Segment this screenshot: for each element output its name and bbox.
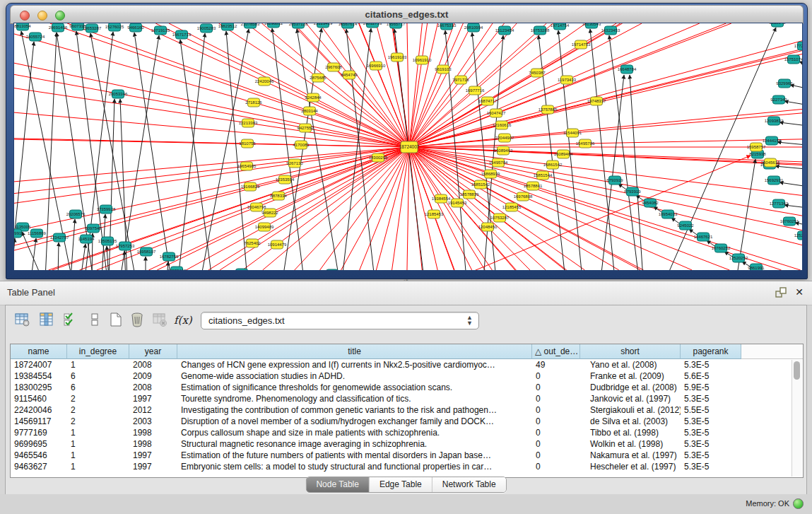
cell-pagerank[interactable]: 5.9E-5 <box>681 382 741 393</box>
graph-node[interactable]: 10082468 <box>167 267 187 270</box>
cell-pagerank[interactable]: 5.3E-5 <box>681 416 741 427</box>
graph-node[interactable]: 4170081 <box>293 141 310 149</box>
graph-node[interactable]: 13508135 <box>323 269 342 270</box>
graph-node[interactable]: 14517899 <box>233 269 252 270</box>
tab-node-table[interactable]: Node Table <box>306 477 370 492</box>
cell-title[interactable]: Corpus callosum shape and size in male p… <box>177 427 532 438</box>
graph-node[interactable]: 9245022 <box>677 221 694 230</box>
graph-node[interactable]: 16567614 <box>339 23 358 28</box>
network-window-titlebar[interactable]: citations_edges.txt <box>10 5 804 24</box>
cell-in_degree[interactable]: 1 <box>67 461 129 472</box>
tab-edge-table[interactable]: Edge Table <box>370 477 433 492</box>
table-row[interactable]: 977716911998Corpus callosum shape and si… <box>11 427 803 438</box>
graph-node[interactable]: 15692931 <box>765 176 784 185</box>
cell-title[interactable]: Embryonic stem cells: a model to study s… <box>177 461 532 472</box>
graph-node[interactable]: 8793919 <box>624 187 641 196</box>
table-row[interactable]: 946554611997Estimation of the future num… <box>11 450 803 461</box>
column-header-in_degree[interactable]: in_degree <box>67 344 129 359</box>
cell-out_degree[interactable]: 0 <box>532 382 580 393</box>
float-panel-icon[interactable] <box>775 287 787 298</box>
cell-title[interactable]: Tourette syndrome. Phenomenology and cla… <box>177 393 532 404</box>
cell-pagerank[interactable]: 5.5E-5 <box>681 404 741 416</box>
cell-short[interactable]: Dudbridge et al. (2008) <box>580 382 681 393</box>
graph-node[interactable]: 19166829 <box>241 182 260 191</box>
cell-short[interactable]: Yano et al. (2008) <box>580 359 681 370</box>
graph-node[interactable]: 10954033 <box>659 210 678 218</box>
graph-node[interactable]: 12185453 <box>425 210 444 218</box>
cell-name[interactable]: 9465546 <box>11 450 67 461</box>
cell-out_degree[interactable]: 0 <box>532 404 580 416</box>
graph-node[interactable]: 18130543 <box>582 23 601 28</box>
graph-node[interactable]: 16675313 <box>437 23 457 30</box>
cell-name[interactable]: 19384554 <box>11 370 67 382</box>
graph-node[interactable]: 1810755 <box>239 139 256 148</box>
graph-node[interactable]: 8878334 <box>270 192 287 200</box>
graph-node[interactable]: 10753287 <box>490 214 510 222</box>
cell-title[interactable]: Changes of HCN gene expression and I(f) … <box>177 359 532 370</box>
cell-year[interactable]: 2008 <box>129 382 177 393</box>
cell-pagerank[interactable]: 5.3E-5 <box>681 450 741 461</box>
cell-year[interactable]: 1997 <box>129 393 177 404</box>
graph-node[interactable]: 9518049 <box>769 23 786 27</box>
delete-attribute-icon[interactable] <box>127 310 147 330</box>
graph-node[interactable]: 17724100 <box>794 42 802 50</box>
table-row[interactable]: 1456911722003Disruption of a novel membe… <box>11 416 803 427</box>
cell-name[interactable]: 18724007 <box>11 359 67 370</box>
graph-node[interactable]: 12213383 <box>239 119 258 127</box>
cell-title[interactable]: Disruption of a novel member of a sodium… <box>177 416 532 427</box>
graph-node[interactable]: 9427552 <box>297 124 314 132</box>
graph-node[interactable]: 7625402 <box>244 239 261 247</box>
graph-node[interactable]: 2718126 <box>245 98 262 107</box>
graph-node[interactable]: 15751074 <box>784 55 802 64</box>
cell-pagerank[interactable]: 5.6E-5 <box>681 370 741 382</box>
graph-node[interactable]: 1145194 <box>78 235 95 243</box>
graph-node[interactable]: 9097548 <box>85 224 102 233</box>
graph-node[interactable]: 10760252 <box>712 244 731 252</box>
row-options-icon[interactable] <box>85 310 105 330</box>
cell-short[interactable]: Jankovic et al. (1997) <box>580 393 681 404</box>
cell-year[interactable]: 2009 <box>129 370 177 382</box>
graph-node[interactable]: 11156869 <box>28 229 46 238</box>
graph-node[interactable]: 19619103 <box>388 53 407 62</box>
graph-node[interactable]: 2803144 <box>301 107 318 115</box>
cell-out_degree[interactable]: 0 <box>532 370 580 382</box>
graph-node[interactable]: 19714753 <box>572 40 591 49</box>
column-header-name[interactable]: name <box>11 344 67 359</box>
cell-title[interactable]: Investigating the contribution of common… <box>177 404 532 416</box>
cell-out_degree[interactable]: 0 <box>532 427 580 438</box>
graph-node[interactable]: 9227343 <box>770 95 787 104</box>
cell-title[interactable]: Estimation of significance thresholds fo… <box>177 382 532 393</box>
graph-node[interactable]: 9267130 <box>286 159 303 168</box>
cell-year[interactable]: 2008 <box>129 359 177 370</box>
graph-node[interactable]: 15123454 <box>495 26 514 35</box>
graph-node[interactable]: 26812753 <box>363 23 382 28</box>
column-header-short[interactable]: short <box>580 344 681 359</box>
cell-name[interactable]: 22420046 <box>11 404 67 416</box>
graph-node[interactable]: 17957253 <box>116 242 135 250</box>
cell-short[interactable]: Franke et al. (2009) <box>580 370 681 382</box>
network-view-canvas[interactable]: 8813054240557242069140696073381065328715… <box>13 23 803 271</box>
delete-table-icon[interactable] <box>150 310 170 330</box>
table-row[interactable]: 2242004622012Investigating the contribut… <box>11 404 803 416</box>
graph-node[interactable]: 20206576 <box>66 210 86 218</box>
graph-node[interactable]: 12771362 <box>770 199 789 208</box>
graph-node[interactable]: 16966910 <box>367 62 386 70</box>
cell-pagerank[interactable]: 5.3E-5 <box>681 461 741 472</box>
graph-node[interactable]: 17359928 <box>97 205 116 214</box>
table-row[interactable]: 1872400712008Changes of HCN gene express… <box>11 359 803 370</box>
graph-node[interactable]: 18724007 <box>399 141 420 153</box>
cell-name[interactable]: 14569117 <box>11 416 67 427</box>
graph-node[interactable]: 12444158 <box>763 136 782 145</box>
graph-node[interactable]: 9454082 <box>642 199 659 207</box>
graph-node[interactable]: 12093832 <box>765 117 784 125</box>
graph-node[interactable]: 19565717 <box>387 23 406 28</box>
cell-short[interactable]: Wolkin et al. (1998) <box>580 438 681 450</box>
graph-node[interactable]: 7971716 <box>452 76 469 84</box>
cell-year[interactable]: 2003 <box>129 416 177 427</box>
graph-node[interactable]: 19714754 <box>551 23 570 30</box>
cell-title[interactable]: Estimation of the future numbers of pati… <box>177 450 532 461</box>
cell-name[interactable]: 18300295 <box>11 382 67 393</box>
cell-out_degree[interactable]: 0 <box>532 450 580 461</box>
create-new-attribute-icon[interactable] <box>106 310 126 330</box>
graph-node[interactable]: 15276025 <box>105 23 124 31</box>
